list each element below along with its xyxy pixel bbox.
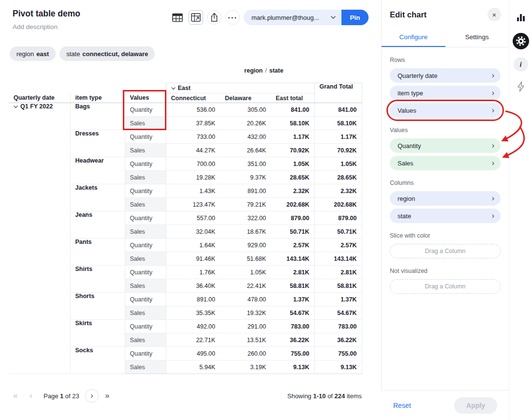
value-cell[interactable]: 58.10K xyxy=(314,117,362,130)
pin-button[interactable]: Pin xyxy=(341,10,369,25)
measure-cell-quantity[interactable]: Quantity xyxy=(125,320,166,333)
measure-cell-sales[interactable]: Sales xyxy=(125,360,166,374)
value-cell[interactable]: 841.00 xyxy=(271,103,314,117)
value-cell[interactable]: 1.37K xyxy=(314,293,362,306)
value-cell[interactable]: 143.14K xyxy=(271,252,314,266)
value-cell[interactable]: 28.65K xyxy=(314,171,362,184)
value-cell[interactable]: 1.37K xyxy=(271,293,314,306)
value-cell[interactable]: 3.19K xyxy=(220,360,271,374)
value-cell[interactable]: 929.00 xyxy=(220,239,271,252)
value-cell[interactable]: 2.57K xyxy=(271,239,314,252)
chevron-right-icon[interactable]: › xyxy=(492,195,494,202)
value-cell[interactable]: 32.04K xyxy=(166,225,220,239)
measure-cell-quantity[interactable]: Quantity xyxy=(125,239,166,252)
chevron-right-icon[interactable]: › xyxy=(492,159,494,167)
value-cell[interactable]: 478.00 xyxy=(220,293,271,306)
value-cell[interactable]: 13.51K xyxy=(220,333,271,347)
measure-cell-quantity[interactable]: Quantity xyxy=(125,157,166,171)
item-type-cell[interactable]: Jeans xyxy=(70,211,125,239)
value-cell[interactable]: 70.92K xyxy=(314,144,362,157)
column-group-east[interactable]: East xyxy=(166,83,314,93)
measure-cell-quantity[interactable]: Quantity xyxy=(125,293,166,306)
item-type-cell[interactable]: Socks xyxy=(70,347,125,374)
field-chip-item-type[interactable]: item type› xyxy=(390,86,501,100)
value-cell[interactable]: 9.13K xyxy=(271,360,314,374)
spotiq-button[interactable] xyxy=(514,79,528,94)
add-description[interactable]: Add description xyxy=(13,23,80,30)
table-view-button[interactable] xyxy=(170,10,185,25)
value-cell[interactable]: 36.22K xyxy=(271,333,314,347)
filter-chip-region[interactable]: regioneast xyxy=(10,46,56,61)
measure-cell-sales[interactable]: Sales xyxy=(125,279,166,293)
value-cell[interactable]: 22.71K xyxy=(166,333,220,347)
value-cell[interactable]: 123.47K xyxy=(166,198,220,211)
drop-zone-not-visualized[interactable]: Drag a Column xyxy=(390,279,501,294)
next-page-button[interactable]: › xyxy=(85,389,99,403)
user-dropdown[interactable]: mark.plummer@thoug... xyxy=(244,10,341,25)
value-cell[interactable]: 9.13K xyxy=(314,360,362,374)
item-type-cell[interactable]: Dresses xyxy=(70,130,125,157)
value-cell[interactable]: 44.27K xyxy=(166,144,220,157)
value-cell[interactable]: 91.46K xyxy=(166,252,220,266)
item-type-cell[interactable]: Shirts xyxy=(70,266,125,293)
value-cell[interactable]: 5.94K xyxy=(166,360,220,374)
measure-cell-sales[interactable]: Sales xyxy=(125,198,166,211)
value-cell[interactable]: 1.17K xyxy=(314,130,362,144)
value-cell[interactable]: 1.64K xyxy=(166,239,220,252)
value-cell[interactable]: 9.37K xyxy=(220,171,271,184)
value-cell[interactable]: 20.26K xyxy=(220,117,271,130)
first-page-button[interactable]: « xyxy=(9,389,22,403)
value-cell[interactable]: 2.32K xyxy=(314,184,362,198)
value-cell[interactable]: 1.43K xyxy=(166,184,220,198)
chevron-right-icon[interactable]: › xyxy=(492,142,494,150)
value-cell[interactable]: 351.00 xyxy=(220,157,271,171)
value-cell[interactable]: 1.05K xyxy=(220,266,271,279)
tab-settings[interactable]: Settings xyxy=(445,29,509,47)
reset-button[interactable]: Reset xyxy=(393,402,411,409)
value-cell[interactable]: 1.05K xyxy=(314,157,362,171)
filter-chip-state[interactable]: stateconnecticut, delaware xyxy=(59,46,155,61)
measure-cell-quantity[interactable]: Quantity xyxy=(125,130,166,144)
value-cell[interactable]: 879.00 xyxy=(314,211,362,225)
value-cell[interactable]: 28.65K xyxy=(271,171,314,184)
value-cell[interactable]: 891.00 xyxy=(166,293,220,306)
value-cell[interactable]: 19.28K xyxy=(166,171,220,184)
value-cell[interactable]: 54.67K xyxy=(271,306,314,320)
chevron-right-icon[interactable]: › xyxy=(492,106,494,114)
prev-page-button[interactable]: ‹ xyxy=(24,389,38,403)
value-cell[interactable]: 260.00 xyxy=(220,347,271,360)
chart-insights-button[interactable] xyxy=(516,13,526,22)
value-cell[interactable]: 36.40K xyxy=(166,279,220,293)
value-cell[interactable]: 202.68K xyxy=(314,198,362,211)
value-cell[interactable]: 58.10K xyxy=(271,117,314,130)
value-cell[interactable]: 1.17K xyxy=(271,130,314,144)
value-cell[interactable]: 58.81K xyxy=(271,279,314,293)
measure-cell-quantity[interactable]: Quantity xyxy=(125,266,166,279)
value-cell[interactable]: 18.67K xyxy=(220,225,271,239)
value-cell[interactable]: 305.00 xyxy=(220,103,271,117)
value-cell[interactable]: 143.14K xyxy=(314,252,362,266)
value-cell[interactable]: 495.00 xyxy=(166,347,220,360)
item-type-cell[interactable]: Bags xyxy=(70,103,125,130)
value-cell[interactable]: 492.00 xyxy=(166,320,220,333)
close-panel-button[interactable]: × xyxy=(488,8,501,21)
value-cell[interactable]: 2.57K xyxy=(314,239,362,252)
field-chip-quantity[interactable]: Quantity› xyxy=(390,138,501,153)
chevron-right-icon[interactable]: › xyxy=(492,212,494,220)
east-total-header[interactable]: East total xyxy=(271,93,314,103)
measure-cell-sales[interactable]: Sales xyxy=(125,117,166,130)
value-cell[interactable]: 19.32K xyxy=(220,306,271,320)
value-cell[interactable]: 2.81K xyxy=(271,266,314,279)
pivot-view-button[interactable] xyxy=(189,10,203,25)
item-type-cell[interactable]: Headwear xyxy=(70,157,125,184)
item-type-cell[interactable]: Pants xyxy=(70,239,125,266)
value-cell[interactable]: 79.21K xyxy=(220,198,271,211)
value-cell[interactable]: 37.85K xyxy=(166,117,220,130)
value-cell[interactable]: 50.71K xyxy=(314,225,362,239)
value-cell[interactable]: 700.00 xyxy=(166,157,220,171)
value-cell[interactable]: 891.00 xyxy=(220,184,271,198)
value-cell[interactable]: 783.00 xyxy=(314,320,362,333)
value-cell[interactable]: 35.35K xyxy=(166,306,220,320)
quarter-cell[interactable]: Q1 FY 2022 xyxy=(9,103,70,374)
grand-total-header[interactable]: Grand Total xyxy=(314,83,362,103)
